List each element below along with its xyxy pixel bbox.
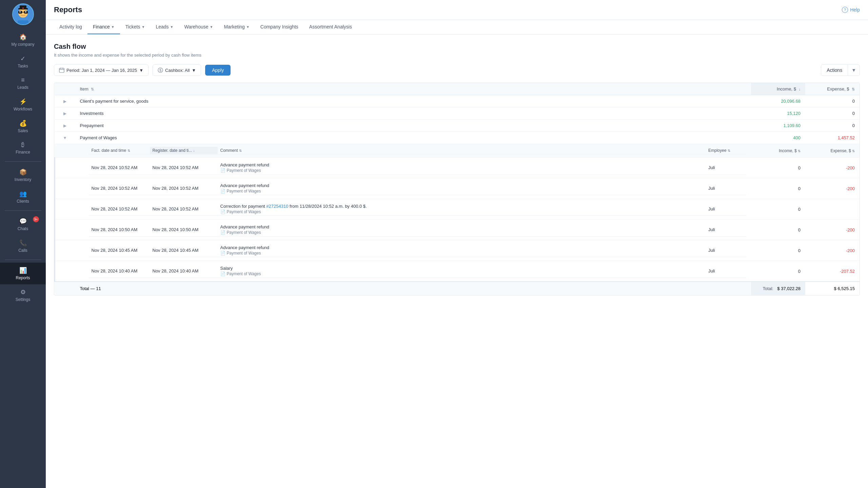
sidebar-item-chats[interactable]: 💬 Chats 9+ xyxy=(0,214,46,235)
help-button[interactable]: ? Help xyxy=(842,7,860,13)
tab-tickets[interactable]: Tickets ▼ xyxy=(120,20,151,34)
doc-icon: 📄 xyxy=(220,230,225,235)
sidebar-item-sales[interactable]: 💰 Sales xyxy=(0,116,46,137)
expense-value: 0 xyxy=(805,107,860,120)
sidebar-item-tasks[interactable]: ✓ Tasks xyxy=(0,51,46,73)
income-value: 20,096.68 xyxy=(751,95,805,107)
employee: Juli xyxy=(706,161,746,175)
total-text: Total: xyxy=(763,286,773,291)
apply-button[interactable]: Apply xyxy=(205,65,231,76)
sidebar-item-calls[interactable]: 📞 Calls xyxy=(0,235,46,257)
fact-date: Nov 28, 2024 10:52 AM xyxy=(89,202,150,216)
actions-button[interactable]: Actions xyxy=(821,65,848,76)
sort-icon[interactable]: ↓ xyxy=(799,87,801,91)
section-subtitle: It shows the income and expense for the … xyxy=(54,53,860,58)
tab-company-insights[interactable]: Company Insights xyxy=(255,20,304,34)
item-name: Prepayment xyxy=(75,120,751,132)
collapse-icon[interactable]: ▼ xyxy=(63,136,67,140)
sort-icon[interactable]: ⇅ xyxy=(798,149,801,153)
chevron-down-icon: ▼ xyxy=(210,25,213,29)
table-total-row: Total — 11 Total: $ 37,022.28 $ 6,525.15 xyxy=(55,282,860,295)
sidebar-item-workflows[interactable]: ⚡ Workflows xyxy=(0,94,46,116)
tab-activity-log[interactable]: Activity log xyxy=(54,20,87,34)
doc-ref: 📄 Payment of Wages xyxy=(220,189,703,194)
actions-chevron-icon[interactable]: ▼ xyxy=(848,65,860,76)
sidebar-item-finance[interactable]: ₿ Finance xyxy=(0,137,46,159)
chevron-down-icon: ▼ xyxy=(170,25,174,29)
settings-icon: ⚙ xyxy=(20,288,26,296)
doc-icon: 📄 xyxy=(220,189,225,194)
comment-cell: Advance payment refund 📄 Payment of Wage… xyxy=(218,223,706,237)
tab-leads[interactable]: Leads ▼ xyxy=(150,20,179,34)
chats-icon: 💬 xyxy=(19,218,27,225)
register-date: Nov 28, 2024 10:52 AM xyxy=(150,202,218,216)
divider xyxy=(5,161,41,162)
payment-link[interactable]: #27254310 xyxy=(266,204,288,209)
table-row: Nov 28, 2024 10:50 AM Nov 28, 2024 10:50… xyxy=(55,220,860,240)
employee: Juli xyxy=(706,244,746,257)
expand-icon[interactable]: ▶ xyxy=(63,111,66,116)
income-value: 0 xyxy=(751,261,805,282)
cashbox-filter[interactable]: $ Cashbox: All ▼ xyxy=(153,64,201,76)
comment-cell: Advance payment refund 📄 Payment of Wage… xyxy=(218,244,706,257)
sort-icon[interactable]: ⇅ xyxy=(728,149,730,152)
item-name: Investments xyxy=(75,107,751,120)
sidebar-item-reports[interactable]: 📊 Reports xyxy=(0,263,46,284)
register-date: Nov 28, 2024 10:52 AM xyxy=(150,161,218,175)
divider xyxy=(5,260,41,260)
inventory-icon: 📦 xyxy=(19,168,27,176)
sidebar-item-clients[interactable]: 👥 Clients xyxy=(0,186,46,208)
income-value: 0 xyxy=(751,240,805,261)
expense-value: 0 xyxy=(805,120,860,132)
filter-bar: Period: Jan 1, 2024 — Jan 16, 2025 ▼ $ C… xyxy=(54,64,860,76)
sidebar-item-my-company[interactable]: 🏠 My company xyxy=(0,29,46,51)
svg-text:?: ? xyxy=(844,8,846,12)
chevron-down-icon: ▼ xyxy=(111,25,115,29)
sidebar-item-settings[interactable]: ⚙ Settings xyxy=(0,284,46,306)
expense-value xyxy=(805,199,860,220)
fact-date: Nov 28, 2024 10:50 AM xyxy=(89,223,150,237)
sort-icon[interactable]: ↓ xyxy=(193,149,195,152)
sort-icon[interactable]: ⇅ xyxy=(127,149,130,152)
sidebar-item-leads[interactable]: ≡ Leads xyxy=(0,73,46,94)
col-item: Item ⇅ xyxy=(75,83,751,95)
sidebar-item-label: Sales xyxy=(18,128,28,133)
sort-icon[interactable]: ⇅ xyxy=(239,149,242,152)
comment-text: Correction for payment #27254310 from 11… xyxy=(220,204,703,209)
employee: Juli xyxy=(706,264,746,278)
tab-assortment-analysis[interactable]: Assortment Analysis xyxy=(304,20,357,34)
comment-text: Advance payment refund xyxy=(220,224,703,229)
register-date: Nov 28, 2024 10:50 AM xyxy=(150,223,218,237)
chevron-down-icon: ▼ xyxy=(246,25,250,29)
home-icon: 🏠 xyxy=(19,33,27,41)
tasks-icon: ✓ xyxy=(20,55,25,62)
svg-rect-10 xyxy=(18,20,28,24)
total-income: Total: $ 37,022.28 xyxy=(751,282,805,295)
table-row: Nov 28, 2024 10:40 AM Nov 28, 2024 10:40… xyxy=(55,261,860,282)
comment-cell: Advance payment refund 📄 Payment of Wage… xyxy=(218,182,706,195)
register-date: Nov 28, 2024 10:45 AM xyxy=(150,244,218,257)
sidebar-item-label: Inventory xyxy=(15,177,31,182)
sort-icon[interactable]: ⇅ xyxy=(91,87,94,91)
tab-marketing[interactable]: Marketing ▼ xyxy=(218,20,255,34)
svg-point-9 xyxy=(22,7,24,9)
expand-icon[interactable]: ▶ xyxy=(63,99,66,104)
chevron-down-icon: ▼ xyxy=(141,25,145,29)
table-row: Nov 28, 2024 10:52 AM Nov 28, 2024 10:52… xyxy=(55,158,860,178)
tab-finance[interactable]: Finance ▼ xyxy=(87,20,120,34)
fact-date: Nov 28, 2024 10:52 AM xyxy=(89,182,150,195)
comment-cell: Advance payment refund 📄 Payment of Wage… xyxy=(218,161,706,175)
page-header: Reports ? Help xyxy=(46,0,868,20)
doc-ref: 📄 Payment of Wages xyxy=(220,168,703,173)
calls-icon: 📞 xyxy=(19,239,27,247)
period-filter[interactable]: Period: Jan 1, 2024 — Jan 16, 2025 ▼ xyxy=(54,64,149,76)
sidebar-item-inventory[interactable]: 📦 Inventory xyxy=(0,164,46,186)
fact-date: Nov 28, 2024 10:40 AM xyxy=(89,264,150,278)
sort-icon[interactable]: ⇅ xyxy=(852,149,855,153)
sort-icon[interactable]: ⇅ xyxy=(852,87,855,91)
expand-icon[interactable]: ▶ xyxy=(63,123,66,128)
comment-cell: Correction for payment #27254310 from 11… xyxy=(218,202,706,216)
tab-warehouse[interactable]: Warehouse ▼ xyxy=(179,20,218,34)
avatar[interactable] xyxy=(12,3,34,25)
sidebar-item-label: Leads xyxy=(17,85,28,90)
